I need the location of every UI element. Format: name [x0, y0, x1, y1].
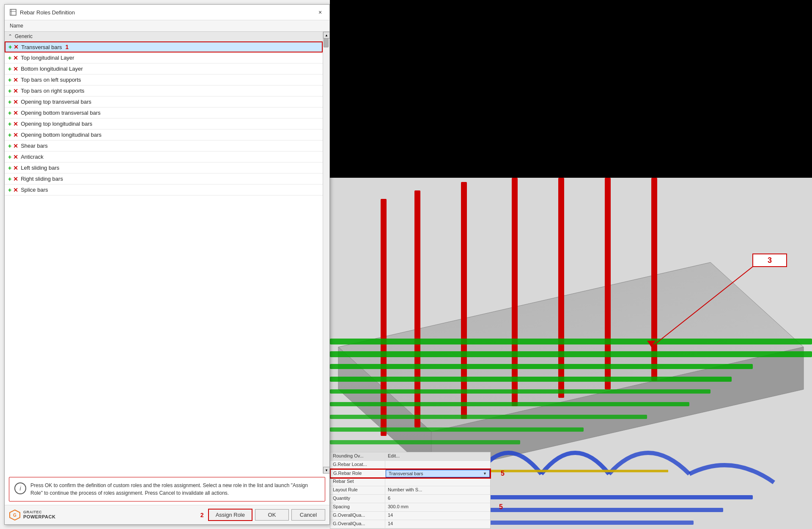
row-text: Top bars on left supports [21, 77, 81, 83]
row-icons: + ✕ [8, 143, 18, 149]
add-icon[interactable]: + [8, 165, 11, 171]
svg-rect-17 [330, 364, 753, 369]
add-icon[interactable]: + [8, 110, 11, 116]
dialog-panel: Rebar Roles Definition × Name ⌃ Generic [0, 0, 330, 529]
remove-icon[interactable]: ✕ [13, 66, 18, 72]
svg-rect-13 [605, 178, 611, 389]
add-icon[interactable]: + [8, 44, 12, 50]
remove-icon[interactable]: ✕ [13, 110, 18, 116]
annotation-number-5: 5 [501, 470, 505, 477]
remove-icon[interactable]: ✕ [14, 44, 19, 50]
add-icon[interactable]: + [8, 88, 11, 94]
remove-icon[interactable]: ✕ [13, 143, 18, 149]
logo-text: GRAITEC POWERPACK [23, 510, 55, 520]
list-row[interactable]: + ✕ Top longitudinal Layer [5, 52, 323, 63]
list-row[interactable]: + ✕ Shear bars [5, 141, 323, 152]
prop-label-rebarset: Rebar Set [330, 478, 385, 486]
prop-label-role: G.Rebar Role [331, 470, 386, 477]
prop-label-layout: Layout Rule [330, 486, 385, 494]
row-icons: + ✕ [8, 110, 18, 116]
remove-icon[interactable]: ✕ [13, 55, 18, 61]
prop-label-overall2: G.OverallQua... [330, 520, 385, 528]
list-row[interactable]: + ✕ Opening bottom transversal bars [5, 107, 323, 118]
annotation-5-label: 5 [499, 503, 503, 511]
main-layout: Rebar Roles Definition × Name ⌃ Generic [0, 0, 812, 529]
remove-icon[interactable]: ✕ [13, 88, 18, 94]
add-icon[interactable]: + [8, 121, 11, 127]
svg-rect-22 [330, 427, 584, 432]
ok-button[interactable]: OK [255, 509, 289, 521]
list-row[interactable]: + ✕ Opening bottom longitudinal bars [5, 129, 323, 141]
svg-text:G: G [13, 513, 16, 518]
svg-rect-16 [330, 351, 812, 357]
cancel-button[interactable]: Cancel [291, 509, 325, 521]
table-header: Name [5, 20, 329, 32]
logo-graitec: GRAITEC [23, 510, 55, 515]
remove-icon[interactable]: ✕ [13, 77, 18, 83]
prop-label-rounding: Rounding Ov... [330, 452, 385, 460]
add-icon[interactable]: + [8, 176, 11, 182]
svg-rect-8 [381, 199, 387, 436]
group-toggle-icon[interactable]: ⌃ [8, 33, 12, 39]
scrollbar[interactable]: ▲ ▼ [323, 32, 329, 474]
add-icon[interactable]: + [8, 187, 11, 193]
prop-label-overall1: G.OverallQua... [330, 512, 385, 520]
remove-icon[interactable]: ✕ [13, 99, 18, 105]
right-panel: 3 Rounding Ov... Edit... G.Rebar Locat..… [330, 0, 812, 529]
prop-value-role[interactable]: Transversal bars ▼ [386, 470, 490, 477]
svg-rect-20 [330, 402, 689, 406]
add-icon[interactable]: + [8, 154, 11, 160]
add-icon[interactable]: + [8, 66, 11, 72]
add-icon[interactable]: + [8, 143, 11, 149]
row-icons: + ✕ [8, 154, 18, 160]
row-text: Shear bars [21, 143, 48, 149]
row-icons: + ✕ [8, 99, 18, 105]
row-text: Splice bars [21, 187, 48, 193]
remove-icon[interactable]: ✕ [13, 121, 18, 127]
list-row[interactable]: + ✕ Splice bars [5, 185, 323, 196]
scrollbar-down-arrow[interactable]: ▼ [323, 467, 329, 474]
remove-icon[interactable]: ✕ [13, 154, 18, 160]
add-icon[interactable]: + [8, 99, 11, 105]
list-row[interactable]: + ✕ Right sliding bars [5, 174, 323, 185]
prop-row-rebarset: Rebar Set [330, 478, 490, 486]
3d-viewport: 3 Rounding Ov... Edit... G.Rebar Locat..… [330, 178, 812, 529]
row-icons: + ✕ [8, 55, 18, 61]
prop-label-location: G.Rebar Locat... [330, 461, 385, 469]
row-icons: + ✕ [8, 77, 18, 83]
svg-rect-11 [512, 178, 518, 406]
row-icons: + ✕ [8, 187, 18, 193]
scrollbar-up-arrow[interactable]: ▲ [323, 32, 329, 39]
add-icon[interactable]: + [8, 55, 11, 61]
list-row[interactable]: + ✕ Anticrack [5, 152, 323, 163]
list-row[interactable]: + ✕ Opening top longitudinal bars [5, 118, 323, 129]
close-button[interactable]: × [316, 8, 324, 17]
list-row[interactable]: + ✕ Transversal bars 1 [5, 41, 323, 52]
remove-icon[interactable]: ✕ [13, 165, 18, 171]
list-row[interactable]: + ✕ Opening top transversal bars [5, 96, 323, 107]
assign-role-button[interactable]: Assign Role [208, 509, 252, 521]
prop-row-quantity: Quantity 6 [330, 495, 490, 503]
list-row[interactable]: + ✕ Top bars on right supports [5, 85, 323, 96]
list-row[interactable]: + ✕ Bottom longitudinal Layer [5, 63, 323, 74]
prop-value-location [385, 461, 490, 469]
row-text: Transversal bars [21, 44, 62, 50]
add-icon[interactable]: + [8, 77, 11, 83]
remove-icon[interactable]: ✕ [13, 176, 18, 182]
add-icon[interactable]: + [8, 132, 11, 138]
row-text: Opening top longitudinal bars [21, 121, 92, 127]
prop-value-overall1: 14 [385, 512, 490, 520]
svg-rect-14 [651, 178, 657, 381]
list-inner: ⌃ Generic + ✕ Transversal bars 1 [5, 32, 323, 474]
row-text: Top bars on right supports [21, 88, 84, 94]
dialog-title: Rebar Roles Definition [20, 9, 75, 16]
list-row[interactable]: + ✕ Top bars on left supports [5, 74, 323, 85]
prop-row-rounding: Rounding Ov... Edit... [330, 452, 490, 461]
prop-row-location: G.Rebar Locat... [330, 461, 490, 469]
remove-icon[interactable]: ✕ [13, 187, 18, 193]
list-row[interactable]: + ✕ Left sliding bars [5, 163, 323, 174]
dialog-title-left: Rebar Roles Definition [10, 9, 75, 16]
remove-icon[interactable]: ✕ [13, 132, 18, 138]
dialog-window: Rebar Roles Definition × Name ⌃ Generic [4, 4, 330, 525]
svg-rect-15 [330, 339, 812, 344]
